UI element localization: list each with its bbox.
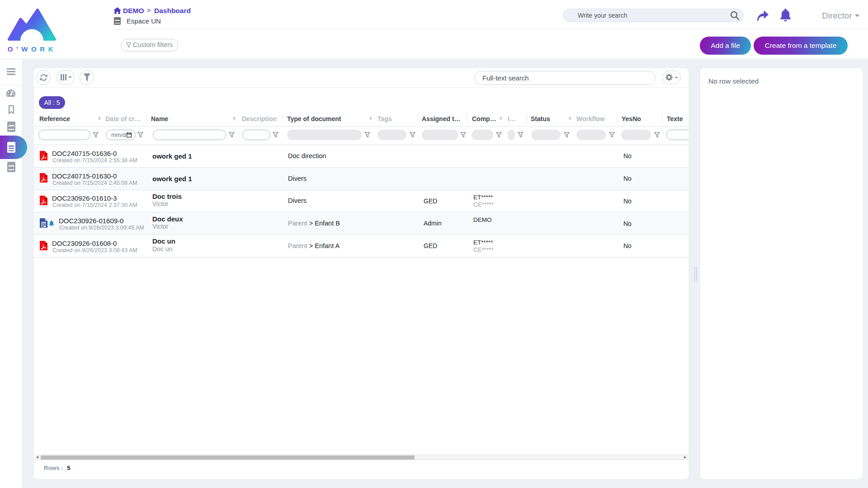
svg-text:O'WORK: O'WORK [8,45,57,52]
